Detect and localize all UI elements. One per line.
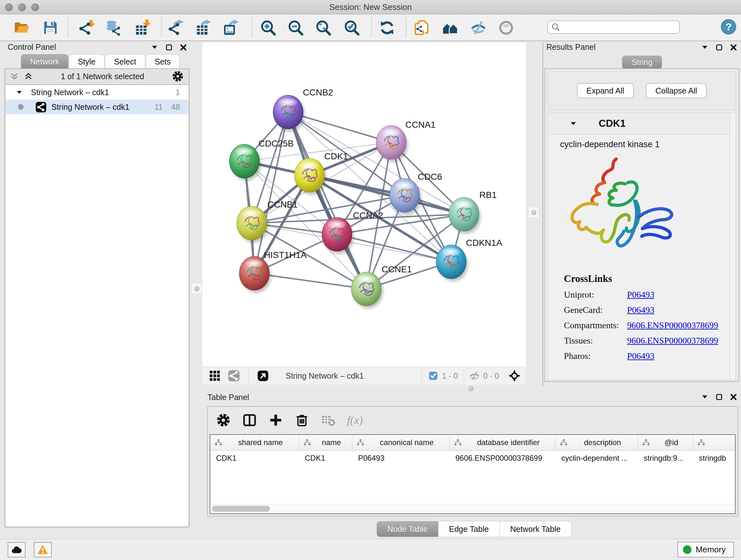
collection-caret-icon[interactable] [15, 88, 23, 97]
horizontal-splitter-grip[interactable] [468, 386, 474, 391]
table-cell[interactable]: cyclin-dependent ... [556, 450, 638, 466]
network-node-HIST1H1A[interactable] [239, 256, 271, 293]
table-settings-gear-icon[interactable] [216, 413, 231, 428]
entry-caret-icon[interactable] [569, 119, 578, 128]
pharos-link[interactable]: P06493 [627, 351, 655, 361]
table-cell[interactable]: CDK1 [210, 450, 299, 466]
right-splitter[interactable] [526, 43, 543, 386]
maximize-window-button[interactable] [31, 3, 39, 11]
network-node-CDK1[interactable] [294, 159, 326, 195]
save-session-button[interactable] [42, 19, 59, 37]
tab-edge-table[interactable]: Edge Table [439, 521, 500, 537]
left-splitter-grip[interactable] [191, 283, 202, 294]
column-header--id[interactable]: @id [638, 435, 693, 450]
close-panel-icon[interactable] [729, 393, 738, 401]
open-session-button[interactable] [13, 19, 30, 37]
close-panel-icon[interactable] [729, 43, 738, 52]
table-horizontal-scrollbar[interactable] [210, 504, 735, 513]
table-row[interactable]: CDK1CDK1P064939606.ENSP00000378699cyclin… [210, 450, 735, 466]
collapse-all-button[interactable]: Collapse All [646, 83, 707, 98]
birds-eye-view-icon[interactable] [257, 370, 269, 382]
help-button[interactable]: ? [721, 19, 736, 35]
network-node-CCNB2[interactable] [273, 95, 305, 132]
column-header-description[interactable]: description [556, 435, 638, 450]
network-node-CCNE1[interactable] [351, 272, 383, 308]
export-network-button[interactable] [167, 19, 185, 37]
zoom-in-button[interactable] [259, 19, 277, 37]
zoom-out-button[interactable] [286, 19, 305, 37]
search-input[interactable] [560, 21, 679, 33]
network-row[interactable]: String Network – cdk1 11 48 [6, 100, 188, 114]
panel-menu-icon[interactable] [150, 43, 159, 52]
column-header-name[interactable]: name [299, 435, 352, 450]
show-columns-icon[interactable] [242, 413, 257, 428]
column-header-namespace[interactable]: namespace [693, 435, 736, 450]
import-table-from-file-button[interactable] [133, 19, 151, 37]
grid-view-icon[interactable] [209, 370, 221, 382]
zoom-fit-button[interactable] [314, 19, 332, 37]
warnings-button[interactable] [34, 542, 52, 557]
collapse-all-icon[interactable] [10, 71, 19, 81]
tab-node-table[interactable]: Node Table [377, 521, 439, 537]
delete-column-icon[interactable] [294, 413, 309, 428]
panel-menu-icon[interactable] [700, 393, 709, 401]
compartments-link[interactable]: 9606.ENSP00000378699 [627, 320, 718, 330]
uniprot-link[interactable]: P06493 [627, 290, 655, 300]
column-header-canonical-name[interactable]: canonical name [352, 435, 450, 450]
search-box[interactable] [547, 20, 680, 34]
table-cell[interactable]: 9606.ENSP00000378699 [450, 450, 556, 466]
add-column-icon[interactable] [268, 413, 283, 428]
refresh-view-button[interactable] [378, 19, 396, 37]
string-badge-icon[interactable] [228, 370, 240, 382]
network-collection-row[interactable]: String Network – cdk1 1 [6, 85, 188, 100]
table-cell[interactable]: stringdb:9... [638, 450, 693, 466]
genecard-link[interactable]: P06493 [627, 305, 655, 315]
float-panel-icon[interactable] [715, 393, 724, 401]
right-splitter-grip[interactable] [528, 207, 539, 218]
network-node-CDC25B[interactable] [229, 144, 261, 181]
table-cell[interactable]: stringdb [693, 450, 736, 466]
left-splitter[interactable] [191, 43, 202, 528]
export-table-button[interactable] [194, 19, 212, 37]
crosshair-icon[interactable] [508, 370, 522, 382]
network-node-CCNA2[interactable] [322, 217, 354, 254]
cloud-status-button[interactable] [8, 542, 25, 557]
float-panel-icon[interactable] [715, 43, 724, 52]
scrollbar-thumb[interactable] [212, 506, 270, 512]
close-window-button[interactable] [5, 3, 13, 11]
expand-all-button[interactable]: Expand All [577, 83, 634, 98]
tab-style[interactable]: Style [69, 54, 105, 69]
results-scrollbar[interactable] [730, 113, 736, 380]
network-canvas[interactable]: CCNB2CCNA1CDC25BCDK1CDC6RB1CCNB1CCNA2CDK… [202, 43, 526, 367]
zoom-selected-button[interactable] [343, 19, 360, 37]
export-image-button[interactable] [222, 19, 240, 37]
table-cell[interactable]: CDK1 [299, 450, 352, 466]
show-graphics-details-button[interactable] [497, 19, 515, 37]
selected-checkbox-icon[interactable] [428, 370, 438, 382]
table-cell[interactable]: P06493 [352, 450, 450, 466]
hide-selected-button[interactable] [469, 19, 487, 37]
expand-all-icon[interactable] [23, 71, 33, 81]
import-network-from-file-button[interactable] [77, 19, 95, 37]
close-panel-icon[interactable] [179, 43, 188, 52]
network-node-CCNA1[interactable] [376, 125, 408, 162]
panel-menu-icon[interactable] [700, 43, 709, 52]
memory-button[interactable]: Memory [677, 542, 734, 557]
network-node-RB1[interactable] [449, 197, 481, 234]
tab-network[interactable]: Network [21, 54, 68, 69]
tab-network-table[interactable]: Network Table [500, 521, 571, 537]
tab-string[interactable]: String [622, 56, 662, 69]
tab-sets[interactable]: Sets [146, 54, 180, 69]
tissues-link[interactable]: 9606.ENSP00000378699 [627, 335, 718, 346]
node-entry-header[interactable]: CDK1 [548, 113, 736, 134]
column-header-database-identifier[interactable]: database identifier [450, 435, 556, 450]
minimize-window-button[interactable] [18, 3, 26, 11]
clone-network-button[interactable] [413, 19, 431, 37]
float-panel-icon[interactable] [165, 43, 173, 52]
import-network-from-database-button[interactable] [105, 19, 122, 37]
network-node-CDKN1A[interactable] [436, 245, 468, 281]
first-neighbors-button[interactable] [441, 19, 459, 37]
gear-icon[interactable] [172, 70, 184, 82]
tab-select[interactable]: Select [105, 54, 145, 69]
column-header-shared-name[interactable]: shared name [210, 435, 299, 450]
